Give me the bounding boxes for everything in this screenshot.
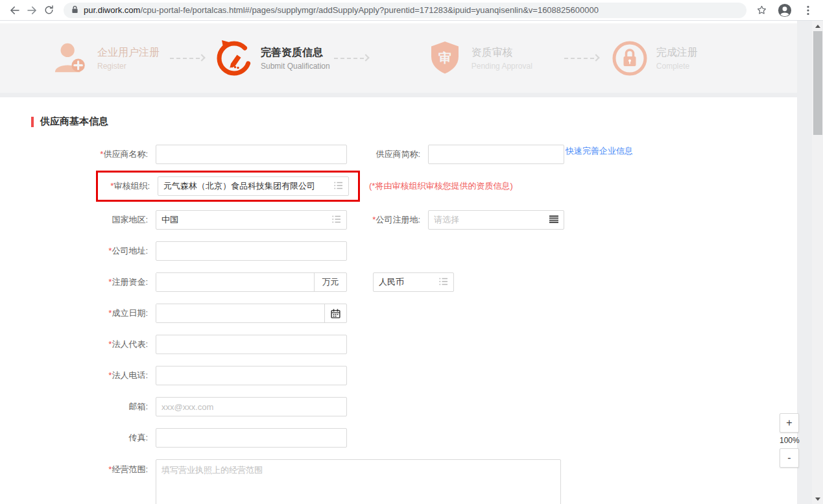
row-email: 邮箱: <box>0 397 797 416</box>
step-title: 完善资质信息 <box>261 46 330 60</box>
browser-toolbar: pur.diwork.com/cpu-portal-fe/portalcas.h… <box>0 0 823 21</box>
supplier-short-input[interactable] <box>428 145 564 164</box>
row-legal-phone: *法人电话: <box>0 366 797 385</box>
lock-icon <box>71 5 78 16</box>
highlight-box: *审核组织: 元气森林（北京）食品科技集团有限公司 <box>96 171 360 202</box>
register-user-icon <box>52 40 89 77</box>
approval-shield-icon: 审 <box>426 40 464 77</box>
page: 企业用户注册 Register 完善资质信息 Submit Qualificat… <box>0 21 823 504</box>
step-subtitle: Submit Qualification <box>261 62 330 71</box>
label-address: *公司地址: <box>0 245 156 257</box>
svg-text:审: 审 <box>438 51 451 65</box>
scrollbar-thumb[interactable] <box>813 31 822 135</box>
label-legal-phone: *法人电话: <box>0 370 156 381</box>
legal-phone-input[interactable] <box>156 366 347 385</box>
star-icon[interactable] <box>753 2 770 19</box>
row-legal-rep: *法人代表: <box>0 335 797 354</box>
reload-icon[interactable] <box>40 2 57 19</box>
label-email: 邮箱: <box>0 401 156 413</box>
label-reg-place: *公司注册地: <box>347 214 428 226</box>
zoom-level: 100% <box>780 436 799 445</box>
scroll-down-icon[interactable] <box>812 494 823 504</box>
list-select-dark-icon <box>549 214 558 226</box>
supplier-name-input[interactable] <box>156 145 347 164</box>
row-country: 国家地区: 中国 *公司注册地: 请选择 <box>0 210 797 230</box>
back-icon[interactable] <box>6 2 23 19</box>
label-supplier-name: *供应商名称: <box>0 149 156 160</box>
label-capital: *注册资金: <box>0 276 156 288</box>
step-subtitle: Pending Approval <box>471 62 532 71</box>
label-fax: 传真: <box>0 432 156 444</box>
section-title: 供应商基本信息 <box>40 115 108 128</box>
url-text: pur.diwork.com/cpu-portal-fe/portalcas.h… <box>84 5 599 15</box>
row-fax: 传真: <box>0 428 797 448</box>
list-select-icon <box>334 180 343 192</box>
business-scope-textarea[interactable] <box>156 459 561 504</box>
step-arrow-icon <box>170 55 206 62</box>
zoom-out-button[interactable]: - <box>780 448 799 468</box>
step-title: 企业用户注册 <box>97 46 160 60</box>
vertical-scrollbar[interactable] <box>812 21 823 504</box>
capital-input[interactable] <box>156 273 314 291</box>
country-select[interactable]: 中国 <box>156 210 347 230</box>
registration-stepper: 企业用户注册 Register 完善资质信息 Submit Qualificat… <box>0 23 797 93</box>
step-register: 企业用户注册 Register <box>52 40 160 77</box>
email-input[interactable] <box>156 397 347 416</box>
complete-lock-icon <box>611 40 649 77</box>
url-path: /cpu-portal-fe/portalcas.html#/pages/sup… <box>140 5 598 15</box>
label-founded-date: *成立日期: <box>0 307 156 319</box>
step-submit-qualification: 完善资质信息 Submit Qualification <box>215 40 330 77</box>
kebab-menu-icon[interactable] <box>800 2 817 19</box>
calendar-icon[interactable] <box>324 304 346 322</box>
quick-complete-link[interactable]: 快速完善企业信息 <box>566 145 633 157</box>
legal-rep-input[interactable] <box>156 335 347 354</box>
row-business-scope: *经营范围: <box>0 459 797 504</box>
label-country: 国家地区: <box>0 214 156 226</box>
step-title: 完成注册 <box>656 46 698 60</box>
fax-input[interactable] <box>156 428 347 448</box>
label-business-scope: *经营范围: <box>0 459 156 475</box>
currency-select[interactable]: 人民币 <box>373 272 454 292</box>
supplier-form-card: 供应商基本信息 *供应商名称: 供应商简称: 快速完善企业信息 *审核组织: 元… <box>0 97 797 504</box>
date-input-group <box>156 304 347 323</box>
section-marker <box>31 117 34 127</box>
edit-qualification-icon <box>215 40 253 77</box>
step-subtitle: Register <box>97 62 160 71</box>
step-arrow-icon <box>564 55 601 62</box>
row-supplier-name: *供应商名称: 供应商简称: 快速完善企业信息 <box>0 145 797 164</box>
founded-date-input[interactable] <box>156 304 324 322</box>
zoom-in-button[interactable]: + <box>780 413 799 433</box>
scroll-up-icon[interactable] <box>812 21 823 31</box>
row-founded-date: *成立日期: <box>0 304 797 323</box>
step-pending-approval: 审 资质审核 Pending Approval <box>426 40 532 77</box>
row-audit-org: *审核组织: 元气森林（北京）食品科技集团有限公司 (*将由审核组织审核您提供的… <box>0 171 797 202</box>
profile-icon[interactable] <box>776 2 793 19</box>
address-bar[interactable]: pur.diwork.com/cpu-portal-fe/portalcas.h… <box>64 3 746 18</box>
audit-note: (*将由审核组织审核您提供的资质信息) <box>369 180 513 192</box>
reg-place-select[interactable]: 请选择 <box>428 210 564 230</box>
capital-input-group: 万元 <box>156 272 347 292</box>
address-input[interactable] <box>156 241 347 261</box>
list-select-icon <box>439 276 448 288</box>
step-title: 资质审核 <box>471 46 532 60</box>
step-arrow-icon <box>334 55 370 62</box>
audit-org-select[interactable]: 元气森林（北京）食品科技集团有限公司 <box>158 176 349 196</box>
forward-icon[interactable] <box>23 2 40 19</box>
list-select-icon <box>332 214 341 226</box>
row-address: *公司地址: <box>0 241 797 261</box>
url-host: pur.diwork.com <box>84 5 140 15</box>
capital-unit: 万元 <box>314 273 346 291</box>
page-zoom-widget: + 100% - <box>780 413 799 468</box>
supplier-form: *供应商名称: 供应商简称: 快速完善企业信息 *审核组织: 元气森林（北京）食… <box>0 145 797 504</box>
step-subtitle: Complete <box>656 62 698 71</box>
section-header: 供应商基本信息 <box>31 115 797 128</box>
step-complete: 完成注册 Complete <box>611 40 698 77</box>
row-capital: *注册资金: 万元 人民币 <box>0 272 797 292</box>
label-audit-org: *审核组织: <box>98 180 158 192</box>
label-supplier-short: 供应商简称: <box>347 149 428 160</box>
label-legal-rep: *法人代表: <box>0 339 156 350</box>
